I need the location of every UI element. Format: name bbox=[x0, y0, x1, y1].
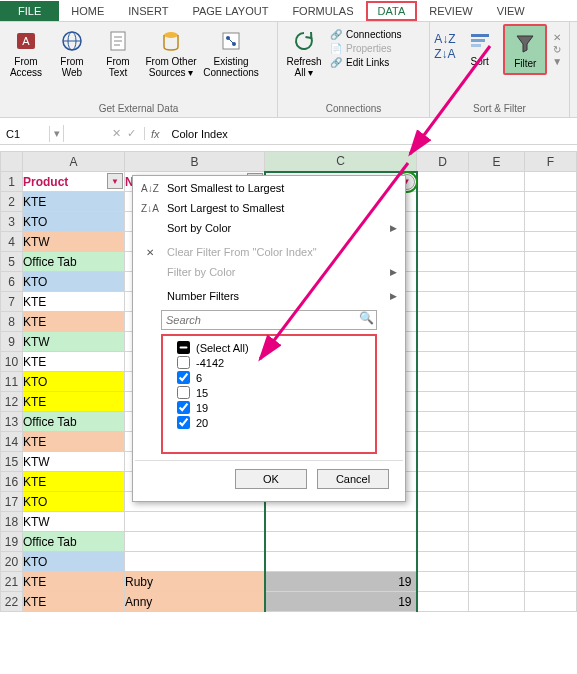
tab-home[interactable]: HOME bbox=[59, 1, 116, 21]
cell[interactable] bbox=[469, 272, 525, 292]
cell[interactable]: Office Tab bbox=[23, 532, 125, 552]
cell[interactable] bbox=[469, 432, 525, 452]
row-header[interactable]: 20 bbox=[1, 552, 23, 572]
cell[interactable]: KTO bbox=[23, 212, 125, 232]
cell[interactable] bbox=[417, 392, 469, 412]
cell[interactable] bbox=[469, 292, 525, 312]
cell[interactable] bbox=[417, 492, 469, 512]
filter-value-row[interactable]: 19 bbox=[167, 400, 371, 415]
cell[interactable] bbox=[525, 192, 577, 212]
cell[interactable] bbox=[469, 332, 525, 352]
cell[interactable] bbox=[417, 232, 469, 252]
clear-filter-icon[interactable]: ✕ bbox=[553, 32, 561, 43]
tab-formulas[interactable]: FORMULAS bbox=[280, 1, 365, 21]
cell[interactable] bbox=[525, 552, 577, 572]
cell[interactable] bbox=[525, 412, 577, 432]
cell[interactable] bbox=[417, 212, 469, 232]
cell[interactable] bbox=[525, 372, 577, 392]
cell[interactable]: KTE bbox=[23, 572, 125, 592]
tab-data[interactable]: DATA bbox=[366, 1, 418, 21]
filter-dropdown-button[interactable]: ▼ bbox=[107, 173, 123, 189]
cell[interactable]: Ruby bbox=[125, 572, 265, 592]
select-all-checkbox-row[interactable]: (Select All) bbox=[167, 340, 371, 355]
col-header-d[interactable]: D bbox=[417, 152, 469, 172]
cell[interactable] bbox=[417, 472, 469, 492]
row-header[interactable]: 5 bbox=[1, 252, 23, 272]
row-header[interactable]: 18 bbox=[1, 512, 23, 532]
sort-largest-smallest-item[interactable]: Z↓A Sort Largest to Smallest bbox=[135, 198, 403, 218]
filter-value-checkbox[interactable] bbox=[177, 401, 190, 414]
cell[interactable] bbox=[469, 452, 525, 472]
row-header[interactable]: 8 bbox=[1, 312, 23, 332]
cell[interactable] bbox=[469, 532, 525, 552]
cell[interactable] bbox=[125, 532, 265, 552]
filter-value-checkbox[interactable] bbox=[177, 416, 190, 429]
from-text-button[interactable]: From Text bbox=[96, 24, 140, 82]
cell[interactable] bbox=[469, 552, 525, 572]
filter-button[interactable]: Filter bbox=[503, 24, 547, 75]
cancel-button[interactable]: Cancel bbox=[317, 469, 389, 489]
cell[interactable] bbox=[265, 552, 417, 572]
cell[interactable] bbox=[525, 232, 577, 252]
refresh-all-button[interactable]: Refresh All ▾ bbox=[282, 24, 326, 82]
cell[interactable]: KTE bbox=[23, 592, 125, 612]
cell[interactable]: KTE bbox=[23, 192, 125, 212]
cell[interactable] bbox=[525, 432, 577, 452]
tab-pagelayout[interactable]: PAGE LAYOUT bbox=[180, 1, 280, 21]
tab-insert[interactable]: INSERT bbox=[116, 1, 180, 21]
cell[interactable] bbox=[525, 272, 577, 292]
cell[interactable]: KTW bbox=[23, 232, 125, 252]
cell[interactable] bbox=[469, 192, 525, 212]
cell[interactable] bbox=[469, 232, 525, 252]
col-header-e[interactable]: E bbox=[469, 152, 525, 172]
row-header[interactable]: 2 bbox=[1, 192, 23, 212]
cell[interactable] bbox=[525, 312, 577, 332]
cell[interactable] bbox=[469, 172, 525, 192]
cell[interactable]: KTW bbox=[23, 332, 125, 352]
cell[interactable]: KTE bbox=[23, 432, 125, 452]
cell[interactable]: KTO bbox=[23, 552, 125, 572]
cell[interactable]: KTO bbox=[23, 272, 125, 292]
cell[interactable] bbox=[417, 252, 469, 272]
cell[interactable]: Anny bbox=[125, 592, 265, 612]
sort-asc-icon[interactable]: A↓Z bbox=[434, 32, 455, 46]
edit-links-button[interactable]: 🔗Edit Links bbox=[328, 56, 404, 69]
row-header[interactable]: 6 bbox=[1, 272, 23, 292]
name-box-dropdown[interactable]: ▾ bbox=[50, 125, 64, 142]
cell[interactable] bbox=[469, 252, 525, 272]
cell[interactable]: KTO bbox=[23, 372, 125, 392]
cell[interactable]: KTW bbox=[23, 452, 125, 472]
number-filters-item[interactable]: Number Filters ▶ bbox=[135, 286, 403, 306]
cell[interactable] bbox=[469, 212, 525, 232]
cell[interactable]: KTW bbox=[23, 512, 125, 532]
row-header[interactable]: 21 bbox=[1, 572, 23, 592]
row-header[interactable]: 1 bbox=[1, 172, 23, 192]
cell[interactable]: KTE bbox=[23, 392, 125, 412]
reapply-icon[interactable]: ↻ bbox=[553, 44, 561, 55]
cell[interactable] bbox=[525, 172, 577, 192]
cell[interactable] bbox=[469, 392, 525, 412]
cell[interactable] bbox=[469, 472, 525, 492]
select-all-corner[interactable] bbox=[1, 152, 23, 172]
cell[interactable] bbox=[417, 452, 469, 472]
sort-smallest-largest-item[interactable]: A↓Z Sort Smallest to Largest bbox=[135, 178, 403, 198]
cell[interactable]: Office Tab bbox=[23, 412, 125, 432]
row-header[interactable]: 17 bbox=[1, 492, 23, 512]
cell[interactable] bbox=[469, 512, 525, 532]
ok-button[interactable]: OK bbox=[235, 469, 307, 489]
cell[interactable] bbox=[525, 332, 577, 352]
cell[interactable] bbox=[525, 492, 577, 512]
existing-connections-button[interactable]: Existing Connections bbox=[202, 24, 260, 82]
cell[interactable] bbox=[417, 512, 469, 532]
cell[interactable]: KTE bbox=[23, 312, 125, 332]
name-box[interactable]: C1 bbox=[0, 126, 50, 142]
cell[interactable] bbox=[265, 512, 417, 532]
cell[interactable] bbox=[417, 292, 469, 312]
sort-button[interactable]: Sort bbox=[458, 24, 502, 71]
row-header[interactable]: 14 bbox=[1, 432, 23, 452]
cell[interactable] bbox=[417, 532, 469, 552]
col-header-f[interactable]: F bbox=[525, 152, 577, 172]
filter-value-row[interactable]: 6 bbox=[167, 370, 371, 385]
cell[interactable] bbox=[525, 592, 577, 612]
fx-button[interactable]: fx bbox=[145, 128, 166, 140]
